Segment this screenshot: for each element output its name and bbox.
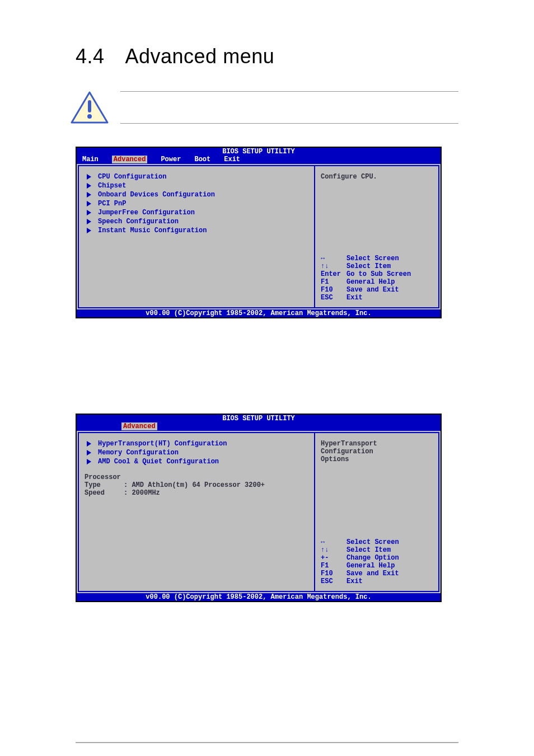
bios-tab-advanced[interactable]: Advanced: [121, 422, 157, 430]
bios-help-pane: Configure CPU. ↔Select Screen ↑↓Select I…: [314, 165, 439, 308]
bios-screen-cpu-config: BIOS SETUP UTILITY Advanced HyperTranspo…: [76, 414, 442, 602]
submenu-arrow-icon: [87, 450, 91, 456]
key-help-key: ↑↓: [321, 546, 346, 554]
key-help-label: Change Option: [346, 554, 399, 562]
menu-item-label: AMD Cool & Quiet Configuration: [98, 458, 219, 466]
key-help-key: F1: [321, 278, 346, 286]
help-line: HyperTransport: [321, 440, 433, 448]
menu-item-label: Speech Configuration: [98, 218, 179, 226]
bios-tab-bar: Main Advanced Power Boot Exit: [77, 156, 441, 164]
menu-item-label: Onboard Devices Configuration: [98, 191, 215, 199]
menu-item-cpu-configuration[interactable]: CPU Configuration: [85, 173, 308, 181]
key-help-label: Exit: [346, 294, 363, 302]
key-help-label: Go to Sub Screen: [346, 270, 411, 278]
key-help-row: F1General Help: [321, 278, 433, 286]
submenu-arrow-icon: [87, 183, 91, 189]
key-help-row: F10Save and Exit: [321, 570, 433, 577]
menu-item-instant-music[interactable]: Instant Music Configuration: [85, 227, 308, 234]
submenu-arrow-icon: [87, 210, 91, 215]
menu-item-jumperfree[interactable]: JumperFree Configuration: [85, 209, 308, 217]
caution-icon: [70, 91, 109, 124]
info-speed-value: : 2000MHz: [124, 489, 160, 497]
key-help-key: +-: [321, 554, 346, 562]
bios-info-block: Processor Type : AMD Athlon(tm) 64 Proce…: [85, 473, 308, 497]
submenu-arrow-icon: [87, 192, 91, 198]
menu-item-label: JumperFree Configuration: [98, 209, 195, 217]
menu-item-label: PCI PnP: [98, 200, 126, 208]
bios-menu-pane: CPU Configuration Chipset Onboard Device…: [78, 165, 314, 308]
section-title: Advanced menu: [125, 45, 275, 68]
bios-key-help: ↔Select Screen ↑↓Select Item EnterGo to …: [321, 255, 433, 302]
info-type-label: Type: [85, 481, 124, 489]
caution-text: [120, 91, 458, 124]
key-help-row: ESCExit: [321, 577, 433, 585]
menu-item-memory[interactable]: Memory Configuration: [85, 449, 308, 457]
key-help-label: General Help: [346, 278, 395, 286]
submenu-arrow-icon: [87, 174, 91, 180]
info-speed-label: Speed: [85, 489, 124, 497]
menu-item-chipset[interactable]: Chipset: [85, 182, 308, 190]
key-help-label: Exit: [346, 577, 363, 585]
key-help-label: Select Item: [346, 262, 391, 270]
menu-item-pci-pnp[interactable]: PCI PnP: [85, 200, 308, 208]
bios-tab-main[interactable]: Main: [82, 156, 99, 163]
key-help-key: ESC: [321, 577, 346, 585]
key-help-key: ↔: [321, 255, 346, 262]
key-help-key: F10: [321, 570, 346, 577]
menu-item-onboard-devices[interactable]: Onboard Devices Configuration: [85, 191, 308, 199]
help-line: Configuration: [321, 448, 433, 456]
bios-tab-power[interactable]: Power: [161, 156, 181, 163]
key-help-label: Select Screen: [346, 255, 399, 262]
bios-tab-advanced[interactable]: Advanced: [112, 156, 148, 163]
key-help-row: ESCExit: [321, 294, 433, 302]
info-type-value: : AMD Athlon(tm) 64 Processor 3200+: [124, 481, 265, 489]
bios-tab-boot[interactable]: Boot: [194, 156, 210, 163]
submenu-arrow-icon: [87, 201, 91, 206]
bios-footer: v00.00 (C)Copyright 1985-2002, American …: [77, 309, 441, 317]
menu-item-hypertransport[interactable]: HyperTransport(HT) Configuration: [85, 440, 308, 448]
key-help-label: General Help: [346, 562, 395, 570]
bios-footer: v00.00 (C)Copyright 1985-2002, American …: [77, 593, 441, 601]
key-help-key: ↑↓: [321, 262, 346, 270]
bios-title-bar: BIOS SETUP UTILITY Advanced: [77, 415, 441, 431]
menu-item-speech[interactable]: Speech Configuration: [85, 218, 308, 226]
submenu-arrow-icon: [87, 441, 91, 447]
key-help-label: Save and Exit: [346, 286, 399, 294]
key-help-label: Select Item: [346, 546, 391, 554]
key-help-row: ↔Select Screen: [321, 538, 433, 546]
bios-tab-bar: Advanced: [77, 422, 441, 431]
caution-callout: [70, 91, 458, 124]
key-help-row: F10Save and Exit: [321, 286, 433, 294]
key-help-row: ↑↓Select Item: [321, 546, 433, 554]
menu-item-label: HyperTransport(HT) Configuration: [98, 440, 227, 448]
menu-item-label: Instant Music Configuration: [98, 227, 207, 234]
help-line: Options: [321, 456, 433, 463]
submenu-arrow-icon: [87, 459, 91, 464]
bios-key-help: ↔Select Screen ↑↓Select Item +-Change Op…: [321, 538, 433, 585]
bios-screen-advanced: BIOS SETUP UTILITY Main Advanced Power B…: [76, 147, 442, 318]
bios-title-bar: BIOS SETUP UTILITY Main Advanced Power B…: [77, 148, 441, 164]
key-help-row: +-Change Option: [321, 554, 433, 562]
menu-item-amd-cool-quiet[interactable]: AMD Cool & Quiet Configuration: [85, 458, 308, 466]
key-help-row: ↑↓Select Item: [321, 262, 433, 270]
key-help-key: F1: [321, 562, 346, 570]
svg-point-2: [87, 114, 92, 119]
bios-title: BIOS SETUP UTILITY: [77, 148, 441, 156]
key-help-row: ↔Select Screen: [321, 255, 433, 262]
section-heading: 4.4 Advanced menu: [76, 45, 458, 68]
bios-help-pane: HyperTransport Configuration Options ↔Se…: [314, 432, 439, 592]
key-help-key: ESC: [321, 294, 346, 302]
info-processor-label: Processor: [85, 473, 308, 481]
menu-item-label: Memory Configuration: [98, 449, 179, 457]
key-help-row: F1General Help: [321, 562, 433, 570]
key-help-key: Enter: [321, 270, 346, 278]
menu-item-label: Chipset: [98, 182, 126, 190]
key-help-label: Save and Exit: [346, 570, 399, 577]
key-help-row: EnterGo to Sub Screen: [321, 270, 433, 278]
bios-help-text: HyperTransport Configuration Options: [321, 440, 433, 463]
key-help-label: Select Screen: [346, 538, 399, 546]
bios-title: BIOS SETUP UTILITY: [77, 415, 441, 422]
page-footer-rule: [76, 742, 458, 749]
svg-rect-1: [88, 100, 91, 112]
bios-tab-exit[interactable]: Exit: [224, 156, 240, 163]
